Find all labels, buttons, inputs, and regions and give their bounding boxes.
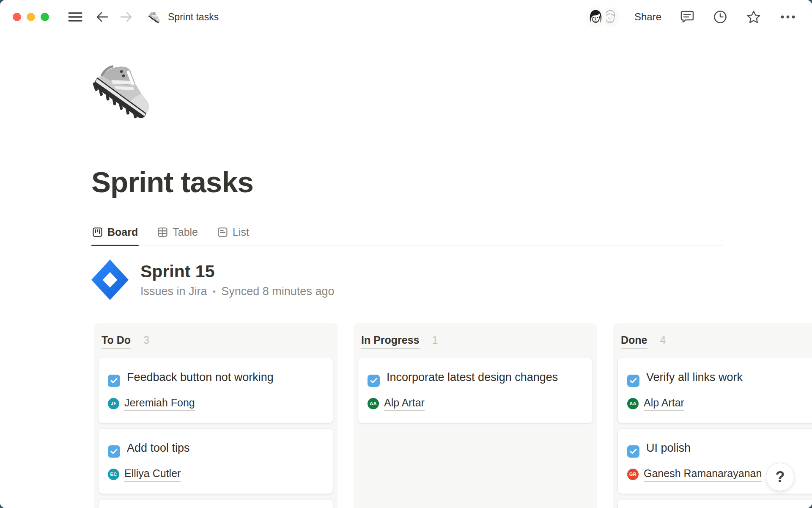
task-card-partial[interactable]	[617, 499, 812, 508]
task-card-partial[interactable]	[98, 499, 333, 508]
task-title-text: UI polish	[646, 442, 691, 454]
column-name[interactable]: Done	[621, 334, 647, 349]
window-titlebar: Sprint tasks Share	[0, 0, 812, 34]
assignee-avatar: GR	[627, 469, 639, 480]
view-tabs: Board Table List	[91, 219, 723, 246]
back-button[interactable]	[96, 11, 109, 23]
todo-checkbox[interactable]	[108, 445, 120, 458]
task-title: Feedback button not working	[108, 369, 324, 387]
task-title-text: Verify all links work	[646, 371, 743, 384]
assignee-link[interactable]: Alp Artar	[384, 396, 425, 411]
board-column-todo: To Do 3 Feedback button not working JF J…	[94, 323, 337, 508]
page-sneaker-icon-small	[148, 10, 162, 24]
app-window: Sprint tasks Share	[0, 0, 812, 508]
share-button[interactable]: Share	[634, 11, 661, 23]
assignee-avatar: EC	[108, 469, 119, 480]
column-name[interactable]: In Progress	[361, 334, 420, 349]
database-title[interactable]: Sprint 15	[140, 262, 334, 282]
todo-checkbox[interactable]	[368, 375, 380, 387]
assignee-avatar: AA	[627, 398, 639, 409]
todo-checkbox[interactable]	[627, 375, 639, 387]
back-arrow-icon	[96, 11, 109, 23]
list-view-icon	[217, 227, 228, 237]
traffic-lights	[13, 13, 49, 21]
assignee-link[interactable]: Ganesh Ramanarayanan	[644, 467, 762, 482]
task-title: UI polish	[627, 440, 812, 458]
presence-avatars[interactable]	[586, 7, 620, 27]
task-title: Add tool tips	[108, 440, 324, 458]
database-subtitle: Issues in Jira • Synced 8 minutes ago	[140, 285, 334, 298]
linked-database-header: Sprint 15 Issues in Jira • Synced 8 minu…	[91, 260, 812, 300]
task-card[interactable]: Verify all links work AA Alp Artar	[617, 358, 812, 423]
forward-arrow-icon	[119, 11, 133, 23]
assignee-row: JF Jeremiah Fong	[108, 396, 324, 411]
assignee-row: EC Elliya Cutler	[108, 467, 324, 482]
jira-logo-icon	[91, 260, 129, 300]
page-title[interactable]: Sprint tasks	[91, 166, 812, 199]
star-icon	[746, 10, 761, 24]
board-view-icon	[92, 227, 103, 237]
todo-checkbox[interactable]	[627, 445, 639, 458]
comments-button[interactable]	[680, 10, 694, 24]
column-header: In Progress 1	[358, 323, 593, 358]
minimize-window-button[interactable]	[27, 13, 35, 21]
tab-table-label: Table	[173, 226, 198, 238]
tab-board[interactable]: Board	[91, 219, 139, 246]
help-button[interactable]: ?	[766, 463, 794, 491]
breadcrumb-page-title[interactable]: Sprint tasks	[168, 11, 219, 23]
assignee-avatar: AA	[368, 398, 379, 409]
column-count: 3	[143, 334, 149, 346]
checkmark-icon	[630, 448, 637, 454]
updates-button[interactable]	[713, 10, 727, 24]
task-title-text: Add tool tips	[127, 442, 190, 454]
task-title: Verify all links work	[627, 369, 812, 387]
tab-table[interactable]: Table	[156, 219, 199, 246]
column-header: To Do 3	[98, 323, 333, 358]
subtitle-separator: •	[213, 286, 216, 297]
kanban-board: To Do 3 Feedback button not working JF J…	[94, 323, 812, 508]
column-count: 1	[432, 334, 438, 346]
tab-list[interactable]: List	[217, 219, 250, 246]
task-card[interactable]: Add tool tips EC Elliya Cutler	[98, 428, 333, 494]
task-card[interactable]: Feedback button not working JF Jeremiah …	[98, 358, 333, 423]
assignee-row: AA Alp Artar	[627, 396, 812, 411]
more-options-button[interactable]	[780, 14, 796, 19]
hamburger-icon	[68, 11, 83, 23]
assignee-link[interactable]: Alp Artar	[644, 396, 684, 411]
board-column-in-progress: In Progress 1 Incorporate latest design …	[354, 323, 597, 508]
zoom-window-button[interactable]	[41, 13, 49, 21]
assignee-link[interactable]: Elliya Cutler	[124, 467, 181, 482]
assignee-row: AA Alp Artar	[368, 396, 583, 411]
page-sneaker-icon[interactable]	[91, 54, 161, 124]
ellipsis-icon	[780, 14, 796, 19]
todo-checkbox[interactable]	[108, 375, 120, 387]
forward-button[interactable]	[119, 11, 133, 23]
assignee-link[interactable]: Jeremiah Fong	[124, 396, 195, 411]
clock-icon	[713, 10, 727, 24]
task-title-text: Incorporate latest design changes	[387, 371, 558, 384]
database-sync-status: Synced 8 minutes ago	[221, 285, 334, 298]
task-title: Incorporate latest design changes	[368, 369, 583, 387]
column-count: 4	[660, 334, 666, 346]
task-title-text: Feedback button not working	[127, 371, 274, 384]
checkmark-icon	[630, 378, 637, 384]
column-name[interactable]: To Do	[102, 334, 131, 349]
assignee-avatar: JF	[108, 398, 119, 409]
database-source[interactable]: Issues in Jira	[140, 285, 207, 298]
tab-list-label: List	[233, 226, 249, 238]
close-window-button[interactable]	[13, 13, 21, 21]
checkmark-icon	[370, 378, 377, 384]
comment-icon	[680, 10, 694, 24]
tab-board-label: Board	[107, 226, 138, 238]
checkmark-icon	[110, 378, 118, 384]
collaborator-avatar-icon	[586, 7, 606, 27]
page-content: Sprint tasks Board Table	[0, 54, 812, 508]
task-card[interactable]: Incorporate latest design changes AA Alp…	[358, 358, 593, 423]
favorite-button[interactable]	[746, 10, 761, 24]
column-header: Done 4	[617, 323, 812, 358]
sidebar-toggle-button[interactable]	[68, 11, 83, 23]
checkmark-icon	[110, 448, 118, 454]
table-view-icon	[157, 227, 168, 237]
